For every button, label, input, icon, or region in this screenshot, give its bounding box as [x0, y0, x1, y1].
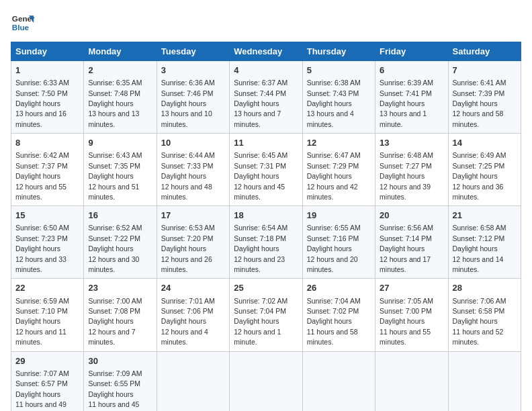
day-number: 20 — [380, 210, 443, 222]
day-info: Sunrise: 6:42 AMSunset: 7:37 PMDaylight … — [15, 151, 69, 201]
day-number: 11 — [234, 137, 298, 149]
week-row-5: 29Sunrise: 7:07 AMSunset: 6:57 PMDayligh… — [11, 351, 521, 411]
calendar-cell: 11Sunrise: 6:45 AMSunset: 7:31 PMDayligh… — [230, 134, 302, 206]
day-number: 2 — [88, 64, 152, 77]
calendar-cell: 3Sunrise: 6:36 AMSunset: 7:46 PMDaylight… — [157, 61, 229, 134]
day-info: Sunrise: 6:33 AMSunset: 7:50 PMDaylight … — [15, 79, 69, 128]
day-number: 18 — [234, 210, 298, 222]
col-header-saturday: Saturday — [448, 42, 521, 61]
calendar-cell: 9Sunrise: 6:43 AMSunset: 7:35 PMDaylight… — [84, 134, 157, 206]
col-header-thursday: Thursday — [302, 42, 375, 61]
day-info: Sunrise: 6:59 AMSunset: 7:10 PMDaylight … — [15, 297, 69, 347]
calendar-cell — [375, 351, 448, 411]
calendar-cell: 5Sunrise: 6:38 AMSunset: 7:43 PMDaylight… — [302, 61, 375, 134]
week-row-4: 22Sunrise: 6:59 AMSunset: 7:10 PMDayligh… — [11, 279, 521, 351]
calendar-cell: 28Sunrise: 7:06 AMSunset: 6:58 PMDayligh… — [448, 279, 521, 351]
calendar-cell: 17Sunrise: 6:53 AMSunset: 7:20 PMDayligh… — [157, 206, 229, 279]
day-number: 6 — [380, 64, 443, 77]
col-header-tuesday: Tuesday — [157, 42, 229, 61]
day-info: Sunrise: 6:41 AMSunset: 7:39 PMDaylight … — [453, 79, 506, 128]
day-number: 29 — [15, 355, 79, 367]
calendar-cell: 26Sunrise: 7:04 AMSunset: 7:02 PMDayligh… — [302, 279, 375, 351]
calendar-cell: 20Sunrise: 6:56 AMSunset: 7:14 PMDayligh… — [375, 206, 448, 279]
calendar-cell: 30Sunrise: 7:09 AMSunset: 6:55 PMDayligh… — [84, 351, 157, 411]
calendar-cell: 14Sunrise: 6:49 AMSunset: 7:25 PMDayligh… — [448, 134, 521, 206]
col-header-sunday: Sunday — [11, 42, 84, 61]
calendar-cell: 18Sunrise: 6:54 AMSunset: 7:18 PMDayligh… — [230, 206, 302, 279]
calendar-cell: 19Sunrise: 6:55 AMSunset: 7:16 PMDayligh… — [302, 206, 375, 279]
day-info: Sunrise: 6:43 AMSunset: 7:35 PMDaylight … — [88, 151, 142, 201]
day-info: Sunrise: 7:01 AMSunset: 7:06 PMDaylight … — [161, 297, 215, 347]
calendar-cell: 16Sunrise: 6:52 AMSunset: 7:22 PMDayligh… — [84, 206, 157, 279]
calendar-cell: 4Sunrise: 6:37 AMSunset: 7:44 PMDaylight… — [230, 61, 302, 134]
calendar-cell — [157, 351, 229, 411]
day-number: 12 — [307, 137, 371, 149]
day-info: Sunrise: 6:48 AMSunset: 7:27 PMDaylight … — [380, 151, 433, 201]
day-number: 24 — [161, 282, 225, 294]
week-row-2: 8Sunrise: 6:42 AMSunset: 7:37 PMDaylight… — [11, 134, 521, 206]
day-number: 5 — [307, 64, 371, 77]
day-number: 9 — [88, 137, 152, 149]
day-info: Sunrise: 7:05 AMSunset: 7:00 PMDaylight … — [380, 297, 433, 347]
day-info: Sunrise: 6:56 AMSunset: 7:14 PMDaylight … — [380, 224, 433, 273]
calendar-cell: 23Sunrise: 7:00 AMSunset: 7:08 PMDayligh… — [84, 279, 157, 351]
day-info: Sunrise: 6:37 AMSunset: 7:44 PMDaylight … — [234, 79, 287, 128]
logo: General Blue — [11, 11, 35, 35]
day-info: Sunrise: 6:58 AMSunset: 7:12 PMDaylight … — [453, 224, 506, 273]
day-info: Sunrise: 7:07 AMSunset: 6:57 PMDaylight … — [15, 369, 69, 411]
calendar-cell — [230, 351, 302, 411]
logo-icon: General Blue — [11, 11, 35, 35]
day-number: 4 — [234, 64, 298, 77]
col-header-friday: Friday — [375, 42, 448, 61]
day-info: Sunrise: 6:39 AMSunset: 7:41 PMDaylight … — [380, 79, 433, 128]
day-number: 17 — [161, 210, 225, 222]
day-number: 23 — [88, 282, 152, 294]
col-header-wednesday: Wednesday — [230, 42, 302, 61]
day-number: 10 — [161, 137, 225, 149]
calendar-cell: 15Sunrise: 6:50 AMSunset: 7:23 PMDayligh… — [11, 206, 84, 279]
day-number: 8 — [15, 137, 79, 149]
calendar-cell: 2Sunrise: 6:35 AMSunset: 7:48 PMDaylight… — [84, 61, 157, 134]
day-info: Sunrise: 6:54 AMSunset: 7:18 PMDaylight … — [234, 224, 287, 273]
day-number: 1 — [15, 64, 79, 77]
day-info: Sunrise: 6:47 AMSunset: 7:29 PMDaylight … — [307, 151, 361, 201]
day-number: 27 — [380, 282, 443, 294]
day-info: Sunrise: 6:49 AMSunset: 7:25 PMDaylight … — [453, 151, 506, 201]
day-number: 16 — [88, 210, 152, 222]
day-info: Sunrise: 6:36 AMSunset: 7:46 PMDaylight … — [161, 79, 215, 128]
calendar-cell: 21Sunrise: 6:58 AMSunset: 7:12 PMDayligh… — [448, 206, 521, 279]
day-info: Sunrise: 6:45 AMSunset: 7:31 PMDaylight … — [234, 151, 287, 201]
day-number: 22 — [15, 282, 79, 294]
calendar-cell: 12Sunrise: 6:47 AMSunset: 7:29 PMDayligh… — [302, 134, 375, 206]
calendar-cell — [448, 351, 521, 411]
day-number: 15 — [15, 210, 79, 222]
day-info: Sunrise: 7:09 AMSunset: 6:55 PMDaylight … — [88, 369, 142, 411]
day-number: 19 — [307, 210, 371, 222]
day-info: Sunrise: 6:38 AMSunset: 7:43 PMDaylight … — [307, 79, 361, 128]
day-info: Sunrise: 7:02 AMSunset: 7:04 PMDaylight … — [234, 297, 287, 347]
day-info: Sunrise: 7:06 AMSunset: 6:58 PMDaylight … — [453, 297, 506, 347]
day-number: 14 — [453, 137, 517, 149]
day-number: 28 — [453, 282, 517, 294]
calendar-cell — [302, 351, 375, 411]
calendar-cell: 10Sunrise: 6:44 AMSunset: 7:33 PMDayligh… — [157, 134, 229, 206]
day-number: 26 — [307, 282, 371, 294]
calendar-cell: 6Sunrise: 6:39 AMSunset: 7:41 PMDaylight… — [375, 61, 448, 134]
week-row-1: 1Sunrise: 6:33 AMSunset: 7:50 PMDaylight… — [11, 61, 521, 134]
calendar-cell: 22Sunrise: 6:59 AMSunset: 7:10 PMDayligh… — [11, 279, 84, 351]
calendar-cell: 24Sunrise: 7:01 AMSunset: 7:06 PMDayligh… — [157, 279, 229, 351]
day-info: Sunrise: 6:50 AMSunset: 7:23 PMDaylight … — [15, 224, 69, 273]
calendar-cell: 13Sunrise: 6:48 AMSunset: 7:27 PMDayligh… — [375, 134, 448, 206]
svg-text:Blue: Blue — [12, 23, 30, 32]
calendar-cell: 7Sunrise: 6:41 AMSunset: 7:39 PMDaylight… — [448, 61, 521, 134]
day-info: Sunrise: 7:00 AMSunset: 7:08 PMDaylight … — [88, 297, 142, 347]
day-number: 25 — [234, 282, 298, 294]
col-header-monday: Monday — [84, 42, 157, 61]
calendar-cell: 27Sunrise: 7:05 AMSunset: 7:00 PMDayligh… — [375, 279, 448, 351]
day-number: 13 — [380, 137, 443, 149]
calendar-cell: 29Sunrise: 7:07 AMSunset: 6:57 PMDayligh… — [11, 351, 84, 411]
day-info: Sunrise: 6:35 AMSunset: 7:48 PMDaylight … — [88, 79, 142, 128]
day-info: Sunrise: 6:55 AMSunset: 7:16 PMDaylight … — [307, 224, 361, 273]
day-info: Sunrise: 6:53 AMSunset: 7:20 PMDaylight … — [161, 224, 215, 273]
day-info: Sunrise: 6:44 AMSunset: 7:33 PMDaylight … — [161, 151, 215, 201]
